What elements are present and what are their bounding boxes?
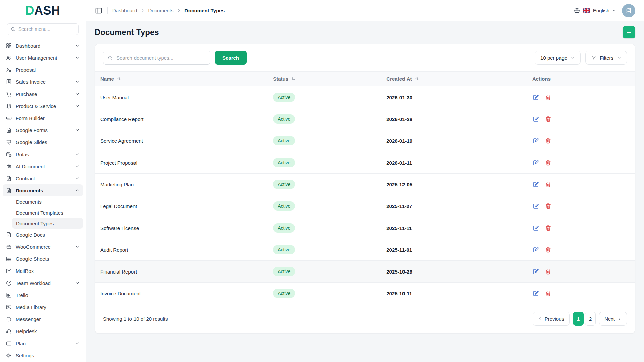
top-bar: DashboardDocumentsDocument Types English [86, 0, 644, 21]
sidebar-item-user-management[interactable]: User Management [3, 52, 83, 64]
sidebar-item-media-library[interactable]: Media Library [3, 301, 83, 313]
sidebar-item-rotas[interactable]: Rotas [3, 148, 83, 160]
sidebar-item-documents[interactable]: Documents [3, 184, 83, 196]
per-page-select[interactable]: 10 per page [535, 51, 581, 65]
breadcrumb-item-documents[interactable]: Documents [148, 8, 173, 13]
sidebar-item-sales-invoice[interactable]: Sales Invoice [3, 76, 83, 88]
edit-icon [532, 94, 539, 101]
breadcrumb-item-document-types[interactable]: Document Types [184, 8, 225, 13]
trash-icon [545, 225, 552, 232]
edit-button[interactable] [532, 137, 539, 144]
sidebar: DASH DashboardUser ManagementProposalSal… [0, 0, 86, 362]
delete-button[interactable] [545, 203, 552, 210]
edit-button[interactable] [532, 246, 539, 253]
edit-button[interactable] [532, 181, 539, 188]
delete-button[interactable] [545, 137, 552, 144]
filters-label: Filters [600, 55, 613, 61]
edit-button[interactable] [532, 94, 539, 101]
sort-icon [116, 76, 121, 81]
column-header-name[interactable]: Name [95, 72, 268, 86]
sidebar-item-plan[interactable]: Plan [3, 337, 83, 349]
chevron-right-icon [140, 8, 145, 13]
sidebar-item-team-workload[interactable]: Team Workload [3, 277, 83, 289]
breadcrumb-item-dashboard[interactable]: Dashboard [112, 8, 137, 13]
column-header-status[interactable]: Status [268, 72, 381, 86]
sidebar-toggle-icon[interactable] [95, 7, 103, 15]
edit-icon [532, 225, 539, 232]
sidebar-item-ai-document[interactable]: AI Document [3, 160, 83, 172]
sidebar-item-google-forms[interactable]: Google Forms [3, 124, 83, 136]
sidebar-item-product-service[interactable]: Product & Service [3, 100, 83, 112]
edit-icon [532, 181, 539, 188]
logo-rest: ASH [34, 4, 60, 18]
sidebar-item-settings[interactable]: Settings [3, 349, 83, 361]
sidebar-item-google-sheets[interactable]: Google Sheets [3, 253, 83, 265]
chevron-down-icon [75, 176, 80, 181]
sidebar-item-label: Media Library [16, 304, 46, 310]
cell-created-at: 2025-12-05 [381, 174, 527, 195]
table-row-invoice-document: Invoice DocumentActive2025-10-11 [95, 283, 635, 304]
plus-icon [626, 29, 632, 36]
sidebar-search-input[interactable] [18, 26, 75, 32]
sidebar-item-contract[interactable]: Contract [3, 172, 83, 184]
delete-button[interactable] [545, 268, 552, 275]
sidebar-item-google-slides[interactable]: Google Slides [3, 136, 83, 148]
search-button[interactable]: Search [215, 51, 247, 65]
status-badge: Active [273, 267, 295, 276]
sidebar-item-mailbox[interactable]: MailBox [3, 265, 83, 277]
delete-button[interactable] [545, 225, 552, 232]
sidebar-search [7, 23, 79, 35]
cell-status: Active [268, 195, 381, 217]
table-search [103, 51, 210, 65]
sidebar-subitem-document-types[interactable]: Document Types [12, 218, 83, 229]
sidebar-item-woocommerce[interactable]: WooCommerce [3, 241, 83, 253]
page-button-2[interactable]: 2 [585, 312, 596, 326]
column-header-created-at[interactable]: Created At [381, 72, 527, 86]
page-button-1[interactable]: 1 [573, 312, 584, 326]
invoice-icon [6, 79, 12, 85]
language-selector[interactable]: English [574, 7, 616, 14]
delete-button[interactable] [545, 159, 552, 166]
chevron-down-icon [75, 104, 80, 108]
edit-button[interactable] [532, 290, 539, 297]
sidebar-item-google-docs[interactable]: Google Docs [3, 229, 83, 241]
delete-button[interactable] [545, 290, 552, 297]
chevron-down-icon [75, 55, 80, 60]
cell-status: Active [268, 174, 381, 195]
chevron-down-icon [571, 56, 575, 60]
delete-button[interactable] [545, 246, 552, 253]
sidebar-subitem-documents[interactable]: Documents [12, 196, 83, 207]
sidebar-item-helpdesk[interactable]: Helpdesk [3, 325, 83, 337]
avatar[interactable] [622, 4, 635, 17]
sidebar-item-trello[interactable]: Trello [3, 289, 83, 301]
edit-button[interactable] [532, 268, 539, 275]
delete-button[interactable] [545, 94, 552, 101]
sidebar-item-messenger[interactable]: Messenger [3, 313, 83, 325]
chevron-down-icon [75, 128, 80, 132]
next-page-button[interactable]: Next [599, 312, 627, 326]
add-document-type-button[interactable] [623, 26, 635, 38]
edit-button[interactable] [532, 225, 539, 232]
chevron-down-icon [75, 92, 80, 96]
edit-button[interactable] [532, 116, 539, 123]
sidebar-item-dashboard[interactable]: Dashboard [3, 40, 83, 52]
document-types-search-input[interactable] [116, 55, 206, 61]
trash-icon [545, 268, 552, 275]
edit-button[interactable] [532, 159, 539, 166]
headset-icon [6, 328, 12, 335]
previous-page-button[interactable]: Previous [533, 312, 570, 326]
sidebar-subitem-document-templates[interactable]: Document Templates [12, 207, 83, 218]
sidebar-item-form-builder[interactable]: Form Builder [3, 112, 83, 124]
delete-button[interactable] [545, 181, 552, 188]
column-label: Created At [386, 76, 412, 82]
edit-button[interactable] [532, 203, 539, 210]
filters-button[interactable]: Filters [585, 51, 627, 65]
filter-funnel-icon [591, 55, 596, 60]
delete-button[interactable] [545, 116, 552, 123]
chevron-right-icon [177, 8, 181, 13]
trash-icon [545, 181, 552, 188]
sidebar-item-proposal[interactable]: Proposal [3, 64, 83, 76]
sidebar-item-purchase[interactable]: Purchase [3, 88, 83, 100]
table-row-service-agreement: Service AgreementActive2026-01-19 [95, 130, 635, 152]
sidebar-item-label: Messenger [16, 316, 41, 322]
